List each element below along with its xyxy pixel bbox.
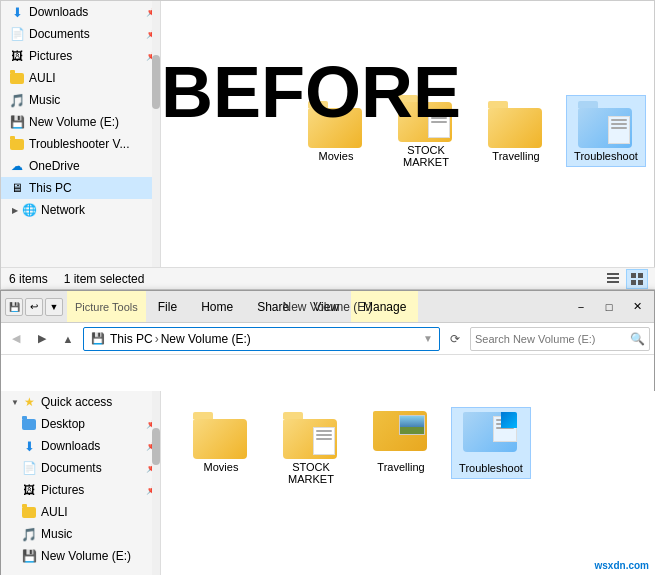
folder-img	[578, 100, 634, 148]
sidebar-item-thispc[interactable]: 🖥 This PC	[1, 177, 160, 199]
documents-icon: 📄	[9, 26, 25, 42]
sidebar-item-auli[interactable]: AULI	[1, 67, 160, 89]
tb-undo-btn[interactable]: ↩	[25, 298, 43, 316]
folder-yellow-icon	[9, 70, 25, 86]
share-tab[interactable]: Share	[245, 291, 301, 322]
drive-icon-b: 💾	[21, 548, 37, 564]
folder-img	[488, 100, 544, 148]
file-tab[interactable]: File	[146, 291, 189, 322]
view-icons	[602, 269, 648, 289]
folder-img	[373, 411, 429, 459]
sidebar-label: Quick access	[41, 395, 156, 409]
address-path[interactable]: 💾 This PC › New Volume (E:) ▼	[83, 327, 440, 351]
folder-yellow-icon-b	[21, 504, 37, 520]
network-icon: 🌐	[21, 202, 37, 218]
status-bar-top: 6 items 1 item selected	[1, 267, 655, 289]
sidebar-scrollbar-bottom[interactable]	[152, 391, 160, 575]
folder-travelling-top[interactable]: Travelling	[476, 96, 556, 166]
view-tiles-btn[interactable]	[626, 269, 648, 289]
minimize-btn[interactable]: −	[568, 293, 594, 321]
pictures-icon: 🖼	[9, 48, 25, 64]
sidebar-label: Downloads	[41, 439, 144, 453]
home-label: Home	[201, 300, 233, 314]
sidebar-item-music[interactable]: 🎵 Music	[1, 89, 160, 111]
manage-tab[interactable]: Manage	[351, 291, 418, 322]
forward-btn[interactable]: ▶	[31, 328, 53, 350]
sidebar-item-pictures[interactable]: 🖼 Pictures 📌	[1, 45, 160, 67]
sidebar-label: OneDrive	[29, 159, 156, 173]
sidebar-label: AULI	[41, 505, 156, 519]
sidebar-label: Music	[41, 527, 156, 541]
folder-movies-bottom[interactable]: Movies	[181, 407, 261, 477]
sidebar-label: Documents	[29, 27, 144, 41]
folder-img	[193, 411, 249, 459]
sidebar-label: Downloads	[29, 5, 144, 19]
home-tab[interactable]: Home	[189, 291, 245, 322]
sidebar-item-auli-b[interactable]: AULI	[1, 501, 160, 523]
folder-label: Troubleshoot	[574, 150, 638, 162]
path-sep: ›	[155, 332, 159, 346]
folder-blue-icon	[21, 416, 37, 432]
file-label: File	[158, 300, 177, 314]
address-bar: ◀ ▶ ▲ 💾 This PC › New Volume (E:) ▼ ⟳ 🔍	[1, 323, 654, 355]
folder-stock-bottom[interactable]: STOCK MARKET	[271, 407, 351, 489]
view-list-btn[interactable]	[602, 269, 624, 289]
folder-label: Movies	[204, 461, 239, 473]
up-btn[interactable]: ▲	[57, 328, 79, 350]
sidebar-top: ⬇ Downloads 📌 📄 Documents 📌 🖼 Pictures 📌…	[1, 1, 161, 271]
folder-label: STOCK MARKET	[275, 461, 347, 485]
sidebar-scrollbar[interactable]	[152, 1, 160, 271]
sidebar-label: This PC	[29, 181, 156, 195]
back-btn[interactable]: ◀	[5, 328, 27, 350]
search-box[interactable]: 🔍	[470, 327, 650, 351]
bottom-window: 💾 ↩ ▼ Picture Tools File Home Share View…	[0, 290, 655, 575]
sidebar-item-music-b[interactable]: 🎵 Music	[1, 523, 160, 545]
sidebar-label: Music	[29, 93, 156, 107]
svg-rect-2	[607, 281, 619, 283]
share-label: Share	[257, 300, 289, 314]
manage-label: Manage	[363, 300, 406, 314]
sidebar-label: Troubleshooter V...	[29, 137, 156, 151]
star-icon: ★	[21, 394, 37, 410]
maximize-btn[interactable]: □	[596, 293, 622, 321]
sidebar-item-quickaccess[interactable]: ▼ ★ Quick access	[1, 391, 160, 413]
sidebar-item-downloads[interactable]: ⬇ Downloads 📌	[1, 1, 160, 23]
sidebar-item-documents-b[interactable]: 📄 Documents 📌	[1, 457, 160, 479]
sidebar-item-desktop[interactable]: Desktop 📌	[1, 413, 160, 435]
refresh-btn[interactable]: ⟳	[444, 328, 466, 350]
sidebar-label: AULI	[29, 71, 156, 85]
before-text: BEFORE	[161, 51, 461, 133]
folder-travelling-bottom[interactable]: Travelling	[361, 407, 441, 477]
sidebar-item-downloads-b[interactable]: ⬇ Downloads 📌	[1, 435, 160, 457]
search-input[interactable]	[475, 333, 630, 345]
folder-img	[283, 411, 339, 459]
expand-icon[interactable]: ▼	[9, 396, 21, 408]
sidebar-item-documents[interactable]: 📄 Documents 📌	[1, 23, 160, 45]
downloads-icon: ⬇	[9, 4, 25, 20]
sidebar-item-onedrive[interactable]: ☁ OneDrive	[1, 155, 160, 177]
view-tab[interactable]: View	[301, 291, 351, 322]
path-dropdown-btn[interactable]: ▼	[423, 333, 433, 344]
sidebar-label: New Volume (E:)	[41, 549, 156, 563]
folder-troubleshoot-top[interactable]: Troubleshoot	[566, 95, 646, 167]
sidebar-item-newvolume[interactable]: 💾 New Volume (E:)	[1, 111, 160, 133]
items-selected: 1 item selected	[64, 272, 145, 286]
thispc-icon: 🖥	[9, 180, 25, 196]
svg-rect-6	[638, 280, 643, 285]
sidebar-item-newvolume-b[interactable]: 💾 New Volume (E:)	[1, 545, 160, 567]
folder-label: Travelling	[377, 461, 424, 473]
sidebar-label: Desktop	[41, 417, 144, 431]
quick-access-btn[interactable]: 💾	[5, 298, 23, 316]
folder-label: Movies	[319, 150, 354, 162]
expand-icon[interactable]: ▶	[9, 204, 21, 216]
close-btn[interactable]: ✕	[624, 293, 650, 321]
sidebar-label: New Volume (E:)	[29, 115, 156, 129]
sidebar-item-network[interactable]: ▶ 🌐 Network	[1, 199, 160, 221]
tb-down-btn[interactable]: ▼	[45, 298, 63, 316]
sidebar-item-pictures-b[interactable]: 🖼 Pictures 📌	[1, 479, 160, 501]
folder-troubleshoot-bottom[interactable]: Troubleshoot	[451, 407, 531, 479]
sidebar-item-troubleshooter[interactable]: Troubleshooter V...	[1, 133, 160, 155]
picture-tools-tab[interactable]: Picture Tools	[67, 291, 146, 322]
onedrive-icon: ☁	[9, 158, 25, 174]
sidebar-label: Pictures	[29, 49, 144, 63]
